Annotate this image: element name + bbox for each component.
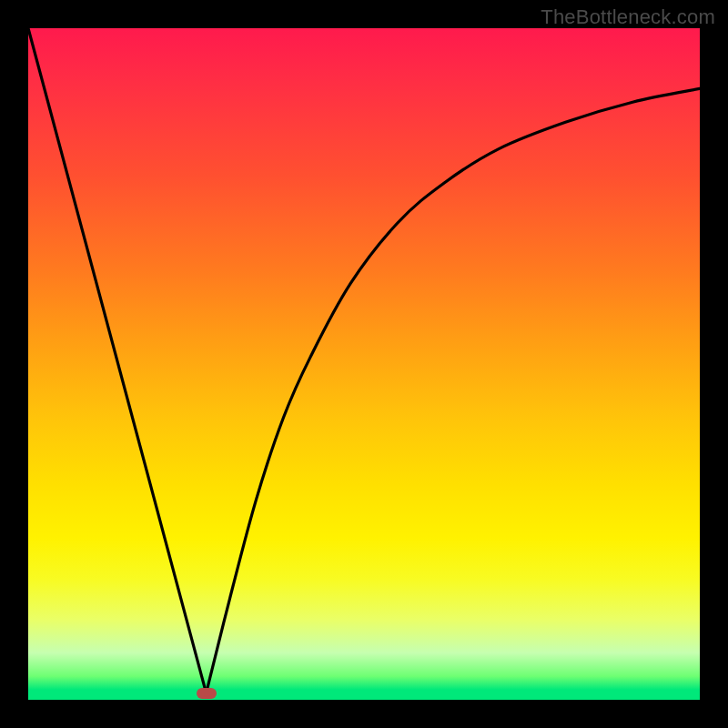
chart-container: TheBottleneck.com [0, 0, 728, 728]
optimal-marker [197, 688, 217, 699]
bottleneck-curve [28, 28, 700, 700]
watermark-text: TheBottleneck.com [541, 5, 715, 29]
curve-right-branch [207, 88, 700, 693]
curve-left-branch [28, 28, 207, 693]
plot-area [28, 28, 700, 700]
